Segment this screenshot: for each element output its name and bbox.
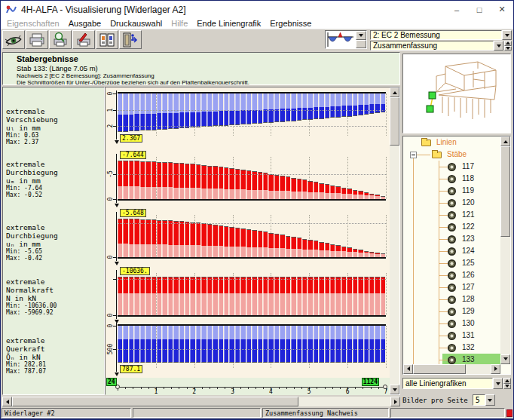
tree-vertical-scrollbar[interactable]	[500, 136, 510, 364]
menu-item-ausgabe[interactable]: Ausgabe	[64, 19, 106, 28]
view-mode-spinner[interactable]	[504, 41, 512, 51]
tree-item-126[interactable]: 126	[403, 269, 500, 281]
model-preview[interactable]	[402, 54, 511, 133]
print-redline-icon	[75, 32, 93, 48]
menu-item-druckauswahl[interactable]: Druckauswahl	[106, 19, 167, 28]
bar-min-segment	[134, 293, 139, 315]
bar-min-segment	[185, 326, 189, 339]
bar-min-segment	[123, 293, 127, 315]
maximize-button[interactable]: □	[468, 1, 491, 18]
y-tick-label: 0	[107, 92, 114, 96]
exit-button[interactable]	[119, 30, 142, 49]
scroll-up-button[interactable]	[500, 136, 510, 146]
tree-root-linien[interactable]: Linien	[403, 136, 500, 149]
spinner-down-button[interactable]	[503, 384, 511, 390]
print-preview-button[interactable]	[49, 30, 72, 49]
scroll-left-button[interactable]	[403, 364, 413, 374]
bar-min-segment	[286, 293, 290, 315]
bar-min-segment	[240, 189, 245, 199]
tree-item-128[interactable]: 128	[403, 293, 500, 305]
graphics-filter-dropdown-button[interactable]	[493, 378, 503, 390]
graphics-filter-value: alle Liniengrafiken	[405, 379, 467, 388]
bar-min-segment	[207, 326, 212, 339]
images-per-page-combo[interactable]: 5	[473, 394, 485, 406]
bar-min-segment	[145, 187, 150, 199]
tree-item-129[interactable]: 129	[403, 305, 500, 317]
bar-max-segment	[235, 228, 240, 247]
tree-item-121[interactable]: 121	[403, 209, 500, 221]
print-button[interactable]	[26, 30, 48, 49]
bar	[118, 94, 122, 136]
bar	[314, 215, 318, 257]
scroll-thumb[interactable]	[12, 397, 298, 406]
scroll-thumb[interactable]	[413, 364, 466, 374]
graphics-filter-spinner[interactable]	[503, 378, 511, 390]
tree-item-130[interactable]: 130	[403, 317, 500, 330]
bar-min-segment	[319, 250, 323, 257]
bar-max-segment	[280, 339, 284, 363]
close-button[interactable]: ✕	[491, 1, 513, 18]
chart-horizontal-scrollbar[interactable]	[2, 397, 400, 406]
bar-min-segment	[179, 326, 184, 339]
tree-item-124[interactable]: 124	[403, 245, 500, 257]
tree-horizontal-scrollbar[interactable]	[403, 364, 500, 374]
tree-item-120[interactable]: 120	[403, 197, 500, 209]
tree-item-123[interactable]: 123	[403, 233, 500, 245]
bar-min-segment	[224, 94, 228, 111]
bar-max-segment	[302, 239, 307, 250]
graphics-filter-combo[interactable]: alle Liniengrafiken	[402, 378, 493, 390]
result-set-combo[interactable]: 2: EC 2 Bemessung	[370, 30, 502, 40]
view-mode-combo[interactable]: Zusammenfassung	[370, 41, 494, 51]
tree-item-119[interactable]: 119	[403, 185, 500, 197]
scroll-track[interactable]	[298, 397, 390, 406]
print-selection-button[interactable]	[72, 30, 95, 49]
scroll-thumb[interactable]	[390, 97, 399, 146]
scroll-track[interactable]	[500, 237, 510, 354]
scroll-thumb[interactable]	[500, 146, 510, 237]
scroll-track[interactable]	[466, 364, 491, 374]
scroll-right-button[interactable]	[491, 364, 500, 374]
bar	[246, 215, 251, 257]
curve-combo-lower-button[interactable]	[356, 40, 366, 49]
view-settings-button[interactable]	[2, 30, 25, 49]
curve-style-combo[interactable]	[325, 30, 367, 49]
member-node-icon	[448, 344, 456, 352]
menu-item-ende-liniengrafik[interactable]: Ende Liniengrafik	[192, 19, 265, 28]
bar-min-segment	[263, 293, 268, 315]
bar-min-segment	[307, 293, 312, 315]
bar	[302, 157, 307, 199]
tree-item-117[interactable]: 117	[403, 161, 500, 173]
curve-combo-dropdown-button[interactable]	[356, 31, 366, 40]
tree-item-118[interactable]: 118	[403, 173, 500, 185]
bar-min-segment	[297, 326, 301, 339]
images-per-page-dropdown-button[interactable]	[485, 394, 495, 406]
bar	[207, 215, 212, 257]
bar	[162, 157, 167, 199]
bar	[129, 215, 133, 257]
collapse-icon[interactable]	[410, 152, 417, 158]
bar-min-segment	[325, 293, 329, 315]
tree-folder-staebe[interactable]: Stäbe	[403, 149, 500, 161]
bar	[369, 157, 374, 199]
scroll-left-button[interactable]	[2, 397, 12, 406]
scroll-down-button[interactable]	[390, 385, 399, 394]
scroll-right-button[interactable]	[390, 397, 400, 406]
tree-item-122[interactable]: 122	[403, 221, 500, 233]
scroll-down-button[interactable]	[500, 354, 510, 364]
pages-layout-button[interactable]	[96, 30, 118, 49]
tree-item-133[interactable]: 133	[403, 354, 500, 364]
menu-item-ergebnisse[interactable]: Ergebnisse	[265, 19, 316, 28]
minimize-button[interactable]: –	[445, 1, 468, 18]
bar-max-segment	[129, 115, 133, 132]
scroll-up-button[interactable]	[390, 87, 399, 97]
scroll-track[interactable]	[390, 146, 399, 385]
tree-item-127[interactable]: 127	[403, 281, 500, 293]
tree-item-132[interactable]: 132	[403, 342, 500, 354]
view-mode-dropdown-button[interactable]	[494, 41, 503, 51]
spinner-up-button[interactable]	[503, 378, 511, 384]
chart-vertical-scrollbar[interactable]	[390, 87, 399, 394]
tree-item-125[interactable]: 125	[403, 257, 500, 269]
result-set-dropdown-button[interactable]	[502, 30, 512, 40]
tree-item-131[interactable]: 131	[403, 330, 500, 342]
bar-min-segment	[213, 189, 217, 199]
